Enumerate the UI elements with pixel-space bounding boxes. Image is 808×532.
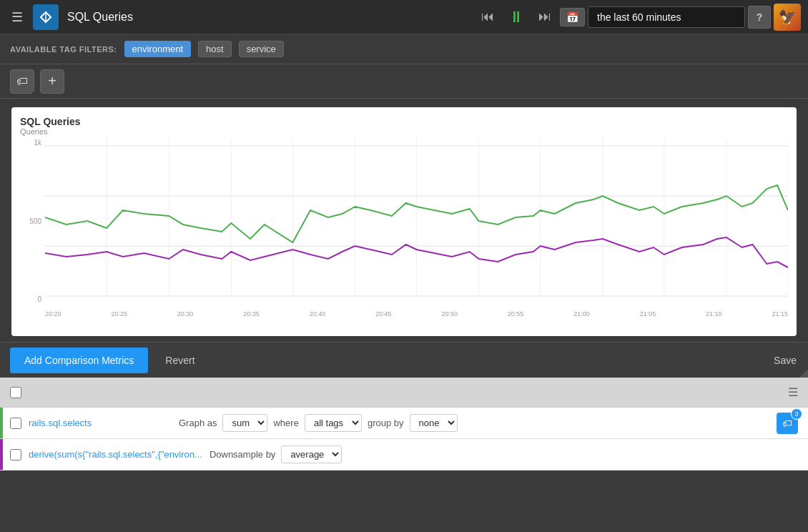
- add-metric-btn[interactable]: +: [40, 69, 64, 94]
- x-label-2: 20:30: [177, 310, 194, 317]
- rewind-btn[interactable]: ⏮: [476, 6, 500, 27]
- hamburger-icon[interactable]: ☰: [7, 6, 27, 28]
- chart-card: SQL Queries Queries 1k 500 0: [11, 107, 797, 336]
- app-title: SQL Queries: [67, 11, 470, 24]
- tag-chip-environment[interactable]: environment: [124, 41, 192, 57]
- x-label-11: 21:15: [772, 310, 788, 317]
- tag-filters-bar: AVAILABLE TAG FILTERS: environment host …: [0, 34, 808, 64]
- downsample-select[interactable]: average sum max min: [281, 445, 342, 463]
- x-label-3: 20:35: [243, 310, 260, 317]
- metric-tag-btn-1[interactable]: 🏷 3: [777, 413, 798, 434]
- chart-x-labels: 20:20 20:25 20:30 20:35 20:40 20:45 20:5…: [45, 310, 788, 317]
- bottom-header: ☰: [0, 378, 808, 408]
- tag-chip-service[interactable]: service: [239, 41, 284, 57]
- menu-icon[interactable]: ☰: [788, 385, 798, 399]
- dash-controls: 🏷 +: [0, 64, 808, 99]
- graph-as-select[interactable]: sum avg max min: [222, 414, 267, 432]
- group-by-label: group by: [368, 418, 404, 428]
- chart-svg-area: [45, 139, 788, 303]
- metric-checkbox-2[interactable]: [10, 449, 21, 460]
- metric-name-1[interactable]: rails.sql.selects: [29, 418, 172, 428]
- select-all-checkbox[interactable]: [10, 387, 21, 398]
- save-btn[interactable]: Save: [774, 355, 797, 366]
- calendar-btn[interactable]: 📅: [560, 8, 585, 26]
- x-label-9: 21:05: [640, 310, 656, 317]
- tag-button[interactable]: 🏷: [10, 69, 34, 94]
- x-label-4: 20:40: [310, 310, 326, 317]
- x-label-6: 20:50: [441, 310, 458, 317]
- downsample-label: Downsample by: [210, 449, 276, 460]
- add-comparison-btn[interactable]: Add Comparison Metrics: [10, 348, 148, 373]
- action-bar: Add Comparison Metrics Revert Save: [0, 342, 808, 378]
- metric-row: rails.sql.selects Graph as sum avg max m…: [0, 408, 808, 439]
- chart-subtitle: Queries: [20, 127, 788, 136]
- graph-as-label: Graph as: [179, 418, 217, 428]
- x-label-7: 20:55: [508, 310, 524, 317]
- bottom-panel: ☰ rails.sql.selects Graph as sum avg max…: [0, 378, 808, 471]
- metric-controls-2: Downsample by average sum max min: [210, 445, 798, 463]
- y-label-bot: 0: [20, 295, 41, 303]
- where-label: where: [273, 418, 298, 428]
- app-logo: [33, 4, 59, 30]
- top-nav: ☰ SQL Queries ⏮ ⏸ ⏭ 📅 ? 🦅: [0, 0, 808, 34]
- chart-y-labels: 1k 500 0: [20, 139, 41, 303]
- chart-title: SQL Queries: [20, 116, 788, 127]
- metric-controls-1: Graph as sum avg max min where all tags …: [179, 414, 769, 432]
- revert-btn[interactable]: Revert: [157, 348, 203, 373]
- x-label-5: 20:45: [375, 310, 392, 317]
- x-label-10: 21:10: [706, 310, 722, 317]
- metric-checkbox-1[interactable]: [10, 418, 21, 429]
- tag-badge-1: 3: [791, 408, 802, 420]
- forward-btn[interactable]: ⏭: [533, 6, 557, 27]
- tag-filters-label: AVAILABLE TAG FILTERS:: [10, 45, 117, 54]
- time-range-input[interactable]: [588, 6, 745, 28]
- chart-area: 1k 500 0: [20, 139, 788, 317]
- metric-row-2: derive(sum(s{"rails.sql.selects",{"envir…: [0, 439, 808, 471]
- y-label-mid: 500: [20, 217, 41, 225]
- metric-name-2[interactable]: derive(sum(s{"rails.sql.selects",{"envir…: [29, 449, 202, 460]
- x-label-8: 21:00: [573, 310, 590, 317]
- x-label-0: 20:20: [45, 310, 61, 317]
- help-btn[interactable]: ?: [748, 6, 771, 29]
- tag-chip-host[interactable]: host: [198, 41, 232, 57]
- pause-btn[interactable]: ⏸: [503, 5, 530, 29]
- brand-logo: 🦅: [774, 4, 801, 31]
- group-by-select[interactable]: none: [410, 414, 458, 432]
- x-label-1: 20:25: [111, 310, 127, 317]
- chart-container: SQL Queries Queries 1k 500 0: [0, 99, 808, 342]
- corner-triangle: [799, 369, 808, 378]
- nav-controls: ⏮ ⏸ ⏭ 📅 ? 🦅: [476, 4, 801, 31]
- where-select[interactable]: all tags: [305, 414, 362, 432]
- y-label-top: 1k: [20, 139, 41, 147]
